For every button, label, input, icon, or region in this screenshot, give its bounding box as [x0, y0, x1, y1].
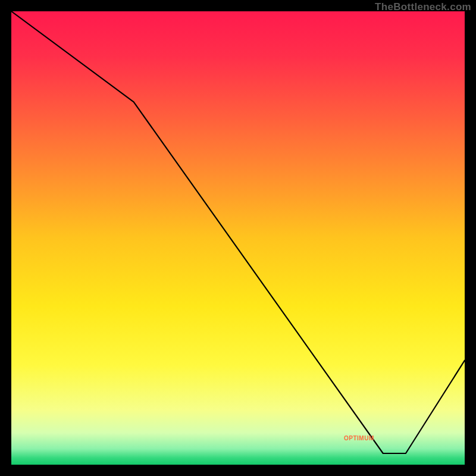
chart-svg	[11, 11, 465, 465]
chart-frame: TheBottleneck.com OPTIMUM	[0, 0, 476, 476]
plot-area	[11, 11, 465, 465]
gradient-background	[11, 11, 465, 465]
